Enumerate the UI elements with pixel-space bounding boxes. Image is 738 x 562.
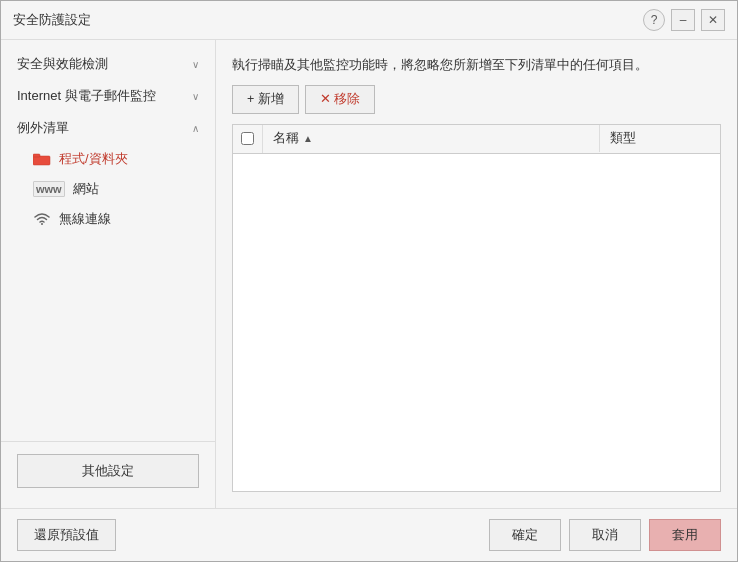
help-button[interactable]: ? <box>643 9 665 31</box>
remove-button[interactable]: ✕ 移除 <box>305 85 375 114</box>
minimize-button[interactable]: – <box>671 9 695 31</box>
sidebar-item-label: Internet 與電子郵件監控 <box>17 87 156 105</box>
minimize-icon: – <box>680 13 687 27</box>
window-footer: 還原預設值 確定 取消 套用 <box>1 508 737 561</box>
table-body <box>233 154 720 491</box>
footer-right: 確定 取消 套用 <box>489 519 721 551</box>
chevron-up-icon: ∧ <box>192 123 199 134</box>
chevron-down-icon: ∨ <box>192 59 199 70</box>
sidebar-item-exclusion-list[interactable]: 例外清單 ∧ <box>1 112 215 144</box>
column-header-type[interactable]: 類型 <box>600 125 720 152</box>
sidebar-sub-item-label: 程式/資料夾 <box>59 150 128 168</box>
description-text: 執行掃瞄及其他監控功能時，將忽略您所新增至下列清單中的任何項目。 <box>232 56 721 75</box>
main-panel: 執行掃瞄及其他監控功能時，將忽略您所新增至下列清單中的任何項目。 + 新增 ✕ … <box>216 40 737 508</box>
sidebar-sub-item-label: 網站 <box>73 180 99 198</box>
window-title: 安全防護設定 <box>13 11 91 29</box>
table-header: 名稱 ▲ 類型 <box>233 125 720 154</box>
sidebar-footer: 其他設定 <box>1 441 215 500</box>
toolbar: + 新增 ✕ 移除 <box>232 85 721 114</box>
confirm-button[interactable]: 確定 <box>489 519 561 551</box>
www-icon: www <box>33 181 65 197</box>
data-table: 名稱 ▲ 類型 <box>232 124 721 492</box>
sidebar-item-label: 安全與效能檢測 <box>17 55 108 73</box>
folder-icon <box>33 152 51 166</box>
other-settings-button[interactable]: 其他設定 <box>17 454 199 488</box>
sidebar-item-label: 例外清單 <box>17 119 69 137</box>
sidebar-item-security-performance[interactable]: 安全與效能檢測 ∨ <box>1 48 215 80</box>
column-name-label: 名稱 <box>273 130 299 147</box>
column-type-label: 類型 <box>610 130 636 147</box>
wireless-icon <box>33 211 51 228</box>
sidebar-item-internet-email[interactable]: Internet 與電子郵件監控 ∨ <box>1 80 215 112</box>
sidebar-sub-item-websites[interactable]: www 網站 <box>1 174 215 204</box>
title-bar-controls: ? – ✕ <box>643 9 725 31</box>
reset-button[interactable]: 還原預設值 <box>17 519 116 551</box>
svg-rect-0 <box>33 156 50 165</box>
apply-button[interactable]: 套用 <box>649 519 721 551</box>
add-button[interactable]: + 新增 <box>232 85 299 114</box>
sidebar-sub-item-programs-folders[interactable]: 程式/資料夾 <box>1 144 215 174</box>
help-icon: ? <box>651 13 658 27</box>
chevron-down-icon: ∨ <box>192 91 199 102</box>
sidebar: 安全與效能檢測 ∨ Internet 與電子郵件監控 ∨ 例外清單 ∧ 程 <box>1 40 216 508</box>
sidebar-sub-item-label: 無線連線 <box>59 210 111 228</box>
sort-asc-icon: ▲ <box>303 133 313 144</box>
header-checkbox-cell <box>233 125 263 153</box>
content-area: 安全與效能檢測 ∨ Internet 與電子郵件監控 ∨ 例外清單 ∧ 程 <box>1 40 737 508</box>
select-all-checkbox[interactable] <box>241 132 254 145</box>
close-icon: ✕ <box>708 13 718 27</box>
close-button[interactable]: ✕ <box>701 9 725 31</box>
sidebar-sub-item-wireless[interactable]: 無線連線 <box>1 204 215 234</box>
svg-rect-1 <box>33 154 40 157</box>
title-bar: 安全防護設定 ? – ✕ <box>1 1 737 40</box>
column-header-name[interactable]: 名稱 ▲ <box>263 125 600 152</box>
cancel-button[interactable]: 取消 <box>569 519 641 551</box>
main-window: 安全防護設定 ? – ✕ 安全與效能檢測 ∨ Internet 與電子郵件監控 … <box>0 0 738 562</box>
svg-point-2 <box>41 223 43 225</box>
footer-left: 還原預設值 <box>17 519 116 551</box>
